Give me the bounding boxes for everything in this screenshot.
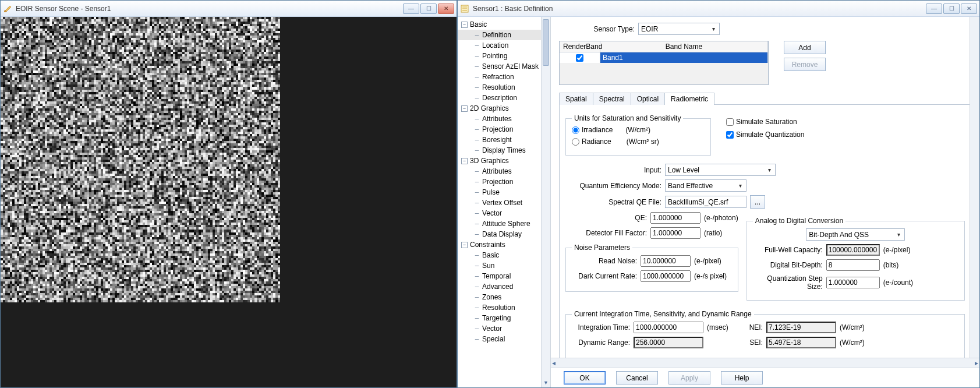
tree-item[interactable]: –Zones — [458, 292, 541, 302]
qss-field[interactable] — [826, 277, 880, 288]
tab-radiometric[interactable]: Radiometric — [664, 93, 714, 105]
col-renderband[interactable]: RenderBand — [560, 41, 600, 52]
tree-item[interactable]: –Attributes — [458, 114, 541, 124]
tree-item[interactable]: –Projection — [458, 177, 541, 187]
apply-button[interactable]: Apply — [668, 371, 710, 385]
tree-item[interactable]: –Boresight — [458, 135, 541, 145]
tree-item[interactable]: –Vector — [458, 323, 541, 334]
darkcurrent-unit: (e-/s pixel) — [694, 272, 727, 280]
tree-group[interactable]: −Constraints — [458, 239, 541, 250]
tree-item[interactable]: –Pulse — [458, 187, 541, 197]
browse-button[interactable]: ... — [750, 195, 765, 209]
minimize-button[interactable]: — — [403, 3, 419, 14]
readnoise-unit: (e-/pixel) — [694, 257, 721, 265]
radiance-radio[interactable]: Radiance — [572, 137, 611, 146]
tree-item[interactable]: –Sensor AzEl Mask — [458, 61, 541, 72]
tab-spatial[interactable]: Spatial — [559, 93, 593, 105]
adc-mode-combo[interactable]: Bit-Depth And QSS▾ — [806, 228, 905, 241]
tree-dash-icon: – — [474, 209, 480, 217]
renderband-checkbox[interactable] — [576, 54, 583, 62]
darkcurrent-field[interactable] — [641, 270, 691, 282]
tree-item[interactable]: –Description — [458, 93, 541, 103]
dynrange-label: Dynamic Range: — [572, 338, 630, 347]
fwc-field — [826, 244, 880, 256]
qem-combo[interactable]: Band Effective▾ — [665, 179, 747, 192]
sensor-type-combo[interactable]: EOIR▾ — [638, 23, 720, 35]
tree-item[interactable]: –Pointing — [458, 51, 541, 61]
qe-label: QE: — [565, 214, 647, 222]
collapse-icon[interactable]: − — [461, 22, 468, 28]
ok-button[interactable]: OK — [564, 371, 606, 385]
qe-field[interactable] — [650, 212, 700, 224]
maximize-button[interactable]: ☐ — [943, 3, 960, 14]
form-scrollbar[interactable] — [970, 17, 979, 358]
nei-unit: (W/cm²) — [840, 323, 865, 331]
tree-item[interactable]: –Sun — [458, 260, 541, 271]
tree-item[interactable]: –Vector — [458, 208, 541, 218]
tree-item[interactable]: –Basic — [458, 250, 541, 260]
input-label: Input: — [565, 166, 661, 174]
maximize-button[interactable]: ☐ — [420, 3, 437, 14]
adc-legend: Analog to Digital Conversion — [753, 217, 845, 225]
tree-dash-icon: – — [474, 251, 480, 259]
sensor-scene-viewport[interactable] — [1, 17, 457, 387]
tree-item[interactable]: –Resolution — [458, 302, 541, 313]
band-row[interactable]: Band1 — [560, 52, 768, 63]
close-button[interactable]: ✕ — [438, 3, 454, 14]
tab-optical[interactable]: Optical — [631, 93, 665, 105]
help-button[interactable]: Help — [721, 371, 763, 385]
tree-scrollbar[interactable]: ▲ ▼ — [541, 17, 550, 387]
close-button[interactable]: ✕ — [961, 3, 977, 14]
tree-item[interactable]: –Data Display — [458, 229, 541, 239]
tree-group[interactable]: −Basic — [458, 19, 541, 30]
readnoise-field[interactable] — [641, 255, 691, 267]
tree-dash-icon: – — [474, 199, 480, 207]
tree-item[interactable]: –Temporal — [458, 271, 541, 281]
tree-dash-icon: – — [474, 31, 480, 39]
tree-item[interactable]: –Display Times — [458, 145, 541, 156]
tree-group[interactable]: −2D Graphics — [458, 103, 541, 114]
bitdepth-field[interactable] — [826, 259, 880, 271]
sensor-type-label: Sensor Type: — [588, 25, 635, 33]
tab-spectral[interactable]: Spectral — [593, 93, 631, 105]
band-name-cell[interactable]: Band1 — [600, 52, 768, 63]
radiance-unit: (W/cm² sr) — [627, 137, 659, 146]
scroll-right-icon[interactable]: ▸ — [975, 359, 978, 367]
simulate-saturation-checkbox[interactable]: Simulate Saturation — [726, 118, 804, 126]
tree-dash-icon: – — [474, 41, 480, 50]
tree-item[interactable]: –Projection — [458, 124, 541, 135]
tree-item[interactable]: –Special — [458, 334, 541, 344]
tree-item[interactable]: –Definition — [458, 30, 541, 40]
horizontal-scrollbar[interactable]: ◂▸ — [551, 358, 979, 368]
left-window-title: EOIR Sensor Scene - Sensor1 — [16, 5, 403, 13]
dff-field[interactable] — [650, 227, 700, 239]
tree-item[interactable]: –Location — [458, 40, 541, 51]
tree-item[interactable]: –Refraction — [458, 72, 541, 82]
tree-item[interactable]: –Advanced — [458, 281, 541, 292]
irradiance-radio[interactable]: Irradiance — [572, 126, 613, 134]
scroll-down-icon[interactable]: ▼ — [542, 378, 550, 387]
simulate-quantization-checkbox[interactable]: Simulate Quantization — [726, 130, 804, 139]
col-bandname[interactable]: Band Name — [600, 41, 768, 52]
inttime-label: Integration Time: — [572, 323, 630, 331]
collapse-icon[interactable]: − — [461, 158, 468, 164]
cancel-button[interactable]: Cancel — [616, 371, 658, 385]
minimize-button[interactable]: — — [926, 3, 942, 14]
tree-item[interactable]: –Targeting — [458, 313, 541, 323]
tree-item[interactable]: –Resolution — [458, 82, 541, 93]
remove-button[interactable]: Remove — [784, 58, 826, 71]
scroll-left-icon[interactable]: ◂ — [552, 359, 556, 367]
tree-item[interactable]: –Vertex Offset — [458, 197, 541, 208]
nav-tree[interactable]: −Basic–Definition–Location–Pointing–Sens… — [458, 17, 541, 387]
inttime-field[interactable] — [634, 322, 703, 333]
tree-dash-icon: – — [474, 146, 480, 154]
band-table[interactable]: RenderBand Band Name Band1 — [559, 41, 769, 85]
add-button[interactable]: Add — [784, 41, 826, 54]
collapse-icon[interactable]: − — [461, 105, 468, 112]
tree-item[interactable]: –Attributes — [458, 166, 541, 177]
tree-group[interactable]: −3D Graphics — [458, 156, 541, 166]
tree-item[interactable]: –Attitude Sphere — [458, 218, 541, 229]
input-combo[interactable]: Low Level▾ — [665, 164, 776, 176]
scroll-thumb[interactable] — [543, 19, 549, 66]
collapse-icon[interactable]: − — [461, 242, 468, 248]
